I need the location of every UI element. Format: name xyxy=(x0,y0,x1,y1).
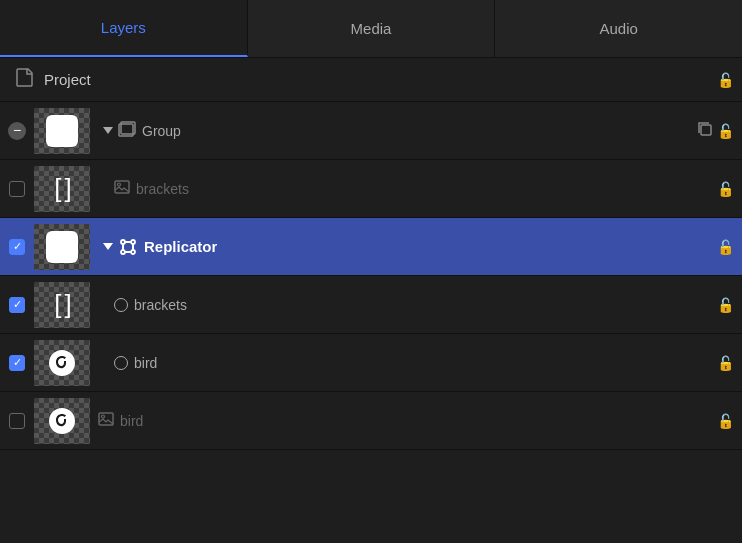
svg-rect-9 xyxy=(125,241,131,243)
bird2-shape xyxy=(46,405,78,437)
svg-point-16 xyxy=(102,415,105,418)
brackets2-right-icons: 🔓 xyxy=(717,297,734,313)
circle-icon-bird1 xyxy=(114,356,128,370)
svg-point-4 xyxy=(118,183,121,186)
brackets2-checkbox-area[interactable] xyxy=(0,297,34,313)
bird1-content: bird xyxy=(98,355,717,371)
bird2-name: bird xyxy=(120,413,143,429)
svg-point-14 xyxy=(49,408,75,434)
brackets2-shape: [ ] xyxy=(54,289,70,320)
svg-point-5 xyxy=(121,240,125,244)
project-right-icons: 🔓 xyxy=(717,72,734,88)
triangle-down-white-icon xyxy=(103,243,113,250)
brackets2-name: brackets xyxy=(134,297,187,313)
bird1-name: bird xyxy=(134,355,157,371)
brackets2-checkbox[interactable] xyxy=(9,297,25,313)
layer-row-bird-2[interactable]: bird 🔓 xyxy=(0,392,742,450)
bird2-lock-icon: 🔓 xyxy=(717,413,734,429)
tab-layers[interactable]: Layers xyxy=(0,0,248,57)
group-thumbnail xyxy=(34,108,90,154)
bird1-checkbox-area[interactable] xyxy=(0,355,34,371)
minus-button-area[interactable] xyxy=(0,122,34,140)
image-placeholder-icon-2 xyxy=(98,412,114,430)
bird1-checkbox[interactable] xyxy=(9,355,25,371)
replicator-checkbox-area[interactable] xyxy=(0,239,34,255)
group-name: Group xyxy=(142,123,181,139)
group-lock-icon: 🔓 xyxy=(717,123,734,139)
project-row[interactable]: Project 🔓 xyxy=(0,58,742,102)
svg-point-13 xyxy=(49,350,75,376)
brackets1-shape: [ ] xyxy=(54,173,70,204)
group-right-icons: 🔓 xyxy=(697,121,734,140)
minus-button[interactable] xyxy=(8,122,26,140)
replicator-shape xyxy=(46,231,78,263)
replicator-thumbnail xyxy=(34,224,90,270)
group-icon xyxy=(118,121,136,141)
svg-point-8 xyxy=(131,250,135,254)
svg-point-7 xyxy=(121,250,125,254)
group-shape xyxy=(46,115,78,147)
triangle-down-icon xyxy=(103,127,113,134)
replicator-disclosure[interactable] xyxy=(98,243,118,250)
bird1-shape xyxy=(46,347,78,379)
bird1-thumbnail xyxy=(34,340,90,386)
image-placeholder-icon-1 xyxy=(114,180,130,198)
bird2-right-icons: 🔓 xyxy=(717,413,734,429)
svg-rect-2 xyxy=(701,125,711,135)
bird2-checkbox[interactable] xyxy=(9,413,25,429)
replicator-lock-icon: 🔓 xyxy=(717,239,734,255)
brackets2-lock-icon: 🔓 xyxy=(717,297,734,313)
svg-point-6 xyxy=(131,240,135,244)
bird1-right-icons: 🔓 xyxy=(717,355,734,371)
bird2-checkbox-area[interactable] xyxy=(0,413,34,429)
layer-row-brackets-2[interactable]: [ ] brackets 🔓 xyxy=(0,276,742,334)
svg-rect-15 xyxy=(99,413,113,425)
svg-rect-10 xyxy=(125,251,131,253)
document-icon xyxy=(16,67,34,92)
svg-rect-3 xyxy=(115,181,129,193)
bird1-lock-icon: 🔓 xyxy=(717,355,734,371)
brackets1-content: brackets xyxy=(98,180,717,198)
brackets1-checkbox-area[interactable] xyxy=(0,181,34,197)
replicator-right-icons: 🔓 xyxy=(717,239,734,255)
bird2-thumbnail xyxy=(34,398,90,444)
layer-row-bird-1[interactable]: bird 🔓 xyxy=(0,334,742,392)
tab-bar: Layers Media Audio xyxy=(0,0,742,58)
brackets1-right-icons: 🔓 xyxy=(717,181,734,197)
replicator-checkbox[interactable] xyxy=(9,239,25,255)
group-content: Group xyxy=(98,121,697,141)
layer-row-brackets-1[interactable]: [ ] brackets 🔓 xyxy=(0,160,742,218)
tab-audio[interactable]: Audio xyxy=(495,0,742,57)
replicator-content: Replicator xyxy=(98,237,717,257)
group-disclosure[interactable] xyxy=(98,127,118,134)
bird2-content: bird xyxy=(98,412,717,430)
layer-row-replicator[interactable]: Replicator 🔓 xyxy=(0,218,742,276)
replicator-name: Replicator xyxy=(144,238,217,255)
project-name: Project xyxy=(44,71,91,88)
brackets1-thumbnail: [ ] xyxy=(34,166,90,212)
brackets2-content: brackets xyxy=(98,297,717,313)
svg-rect-12 xyxy=(132,244,134,250)
copy-icon xyxy=(697,121,713,140)
brackets1-lock-icon: 🔓 xyxy=(717,181,734,197)
layer-row-group[interactable]: Group 🔓 xyxy=(0,102,742,160)
circle-icon-brackets2 xyxy=(114,298,128,312)
brackets1-name: brackets xyxy=(136,181,189,197)
project-lock-icon: 🔓 xyxy=(717,72,734,88)
tab-media[interactable]: Media xyxy=(248,0,496,57)
brackets2-thumbnail: [ ] xyxy=(34,282,90,328)
replicator-icon xyxy=(118,237,138,257)
brackets1-checkbox[interactable] xyxy=(9,181,25,197)
layers-panel: Project 🔓 xyxy=(0,58,742,543)
svg-rect-11 xyxy=(122,244,124,250)
